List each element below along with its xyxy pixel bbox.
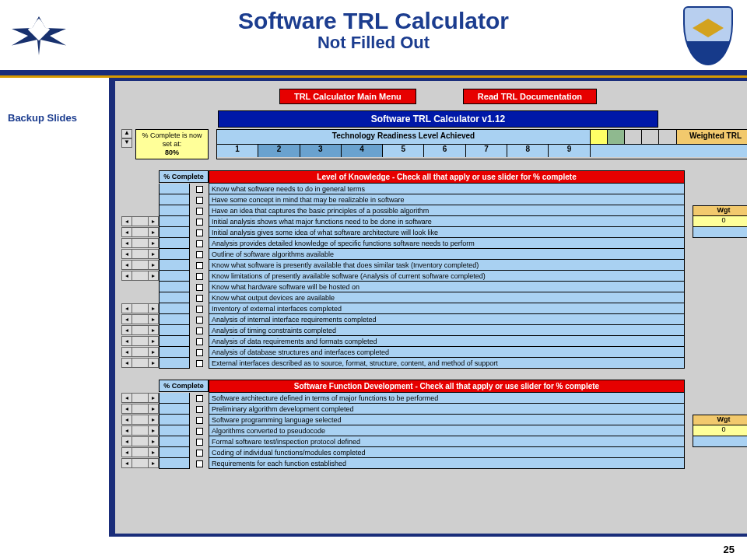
pct-cell[interactable] bbox=[159, 358, 190, 369]
question-checkbox[interactable] bbox=[196, 327, 203, 334]
trl-cell[interactable]: 2 bbox=[258, 145, 300, 157]
slider-right-icon[interactable]: ▸ bbox=[148, 436, 159, 446]
slider-right-icon[interactable]: ▸ bbox=[148, 336, 159, 346]
wgt-value[interactable]: 0 bbox=[693, 425, 747, 436]
slider-left-icon[interactable]: ◂ bbox=[121, 425, 132, 436]
pct-cell[interactable] bbox=[159, 282, 190, 292]
slider-track[interactable] bbox=[132, 404, 148, 414]
slider-track[interactable] bbox=[132, 216, 148, 226]
slider-right-icon[interactable]: ▸ bbox=[148, 447, 159, 457]
slider-right-icon[interactable]: ▸ bbox=[148, 260, 159, 270]
pct-cell[interactable] bbox=[159, 325, 190, 336]
slider-left-icon[interactable]: ◂ bbox=[121, 336, 132, 346]
question-checkbox[interactable] bbox=[196, 317, 203, 324]
trl-cell[interactable]: 6 bbox=[424, 145, 465, 157]
slider-right-icon[interactable]: ▸ bbox=[148, 358, 159, 368]
slider-right-icon[interactable]: ▸ bbox=[148, 325, 159, 335]
pct-cell[interactable] bbox=[159, 303, 190, 314]
pct-cell[interactable] bbox=[159, 184, 190, 194]
slider-right-icon[interactable]: ▸ bbox=[148, 415, 159, 425]
pct-cell[interactable] bbox=[159, 260, 190, 271]
slider-track[interactable] bbox=[132, 447, 148, 457]
slider-right-icon[interactable]: ▸ bbox=[148, 227, 159, 237]
slider-left-icon[interactable]: ◂ bbox=[121, 458, 132, 468]
slider-right-icon[interactable]: ▸ bbox=[148, 216, 159, 226]
slider-track[interactable] bbox=[132, 227, 148, 237]
pct-cell[interactable] bbox=[159, 238, 190, 249]
slider-left-icon[interactable]: ◂ bbox=[121, 238, 132, 248]
pct-cell[interactable] bbox=[159, 336, 190, 347]
pct-cell[interactable] bbox=[159, 404, 190, 415]
slider-track[interactable] bbox=[132, 260, 148, 270]
question-checkbox[interactable] bbox=[196, 338, 203, 345]
slider-right-icon[interactable]: ▸ bbox=[148, 404, 159, 414]
read-docs-button[interactable]: Read TRL Documentation bbox=[463, 89, 597, 104]
trl-cell[interactable]: 1 bbox=[217, 145, 258, 157]
trl-cell[interactable]: 5 bbox=[383, 145, 424, 157]
question-checkbox[interactable] bbox=[196, 417, 203, 424]
completion-stepper[interactable]: ▲ ▼ bbox=[121, 129, 132, 159]
slider-right-icon[interactable]: ▸ bbox=[148, 271, 159, 281]
slider-left-icon[interactable]: ◂ bbox=[121, 227, 132, 237]
slider-track[interactable] bbox=[132, 458, 148, 468]
slider-track[interactable] bbox=[132, 425, 148, 436]
slider-left-icon[interactable]: ◂ bbox=[121, 314, 132, 324]
slider-track[interactable] bbox=[132, 238, 148, 248]
slider-left-icon[interactable]: ◂ bbox=[121, 325, 132, 335]
slider-right-icon[interactable]: ▸ bbox=[148, 347, 159, 357]
pct-cell[interactable] bbox=[159, 436, 190, 447]
question-checkbox[interactable] bbox=[196, 262, 203, 269]
slider-track[interactable] bbox=[132, 249, 148, 259]
wgt-value[interactable]: 0 bbox=[693, 216, 747, 227]
question-checkbox[interactable] bbox=[196, 284, 203, 291]
question-checkbox[interactable] bbox=[196, 219, 203, 226]
slider-left-icon[interactable]: ◂ bbox=[121, 447, 132, 457]
pct-cell[interactable] bbox=[159, 415, 190, 425]
question-checkbox[interactable] bbox=[196, 439, 203, 446]
question-checkbox[interactable] bbox=[196, 450, 203, 457]
question-checkbox[interactable] bbox=[196, 395, 203, 402]
question-checkbox[interactable] bbox=[196, 360, 203, 367]
slider-track[interactable] bbox=[132, 347, 148, 357]
question-checkbox[interactable] bbox=[196, 349, 203, 356]
slider-track[interactable] bbox=[132, 436, 148, 446]
question-checkbox[interactable] bbox=[196, 197, 203, 204]
question-checkbox[interactable] bbox=[196, 295, 203, 302]
slider-right-icon[interactable]: ▸ bbox=[148, 249, 159, 259]
trl-cell[interactable]: 8 bbox=[507, 145, 549, 157]
pct-cell[interactable] bbox=[159, 271, 190, 282]
question-checkbox[interactable] bbox=[196, 208, 203, 215]
slider-track[interactable] bbox=[132, 393, 148, 403]
pct-cell[interactable] bbox=[159, 458, 190, 469]
main-menu-button[interactable]: TRL Calculator Main Menu bbox=[279, 89, 416, 104]
slider-left-icon[interactable]: ◂ bbox=[121, 404, 132, 414]
slider-left-icon[interactable]: ◂ bbox=[121, 415, 132, 425]
slider-right-icon[interactable]: ▸ bbox=[148, 393, 159, 403]
question-checkbox[interactable] bbox=[196, 428, 203, 435]
pct-cell[interactable] bbox=[159, 347, 190, 358]
question-checkbox[interactable] bbox=[196, 229, 203, 236]
trl-cell[interactable]: 9 bbox=[549, 145, 590, 157]
question-checkbox[interactable] bbox=[196, 240, 203, 247]
slider-left-icon[interactable]: ◂ bbox=[121, 260, 132, 270]
slider-track[interactable] bbox=[132, 415, 148, 425]
slider-right-icon[interactable]: ▸ bbox=[148, 303, 159, 313]
question-checkbox[interactable] bbox=[196, 460, 203, 467]
pct-cell[interactable] bbox=[159, 205, 190, 216]
slider-right-icon[interactable]: ▸ bbox=[148, 314, 159, 324]
slider-left-icon[interactable]: ◂ bbox=[121, 303, 132, 313]
question-checkbox[interactable] bbox=[196, 306, 203, 313]
question-checkbox[interactable] bbox=[196, 251, 203, 258]
slider-left-icon[interactable]: ◂ bbox=[121, 216, 132, 226]
slider-right-icon[interactable]: ▸ bbox=[148, 425, 159, 436]
question-checkbox[interactable] bbox=[196, 406, 203, 413]
slider-left-icon[interactable]: ◂ bbox=[121, 393, 132, 403]
stepper-down-icon[interactable]: ▼ bbox=[121, 138, 132, 148]
pct-cell[interactable] bbox=[159, 447, 190, 458]
stepper-up-icon[interactable]: ▲ bbox=[121, 129, 132, 138]
slider-left-icon[interactable]: ◂ bbox=[121, 358, 132, 368]
slider-track[interactable] bbox=[132, 336, 148, 346]
slider-right-icon[interactable]: ▸ bbox=[148, 458, 159, 468]
slider-left-icon[interactable]: ◂ bbox=[121, 347, 132, 357]
trl-cell[interactable]: 7 bbox=[466, 145, 507, 157]
